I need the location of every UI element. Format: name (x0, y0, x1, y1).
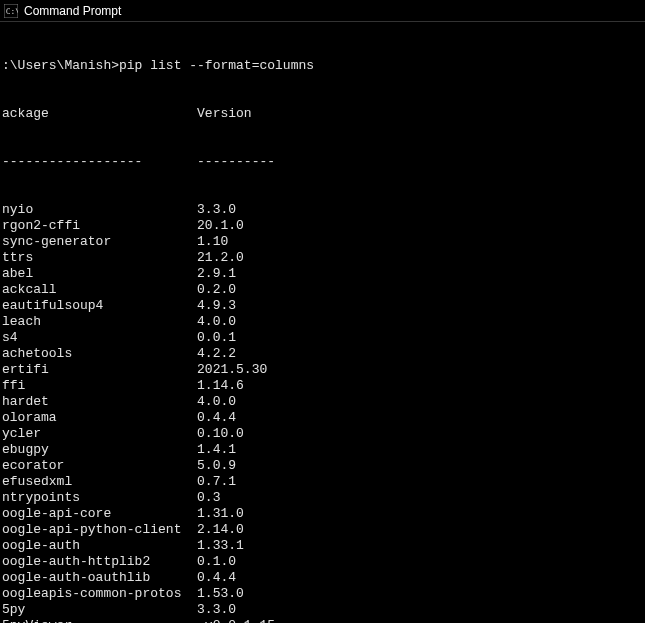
divider-version: ---------- (197, 154, 275, 170)
package-row: ffi 1.14.6 (2, 378, 643, 394)
package-row: s4 0.0.1 (2, 330, 643, 346)
package-row: ntrypoints 0.3 (2, 490, 643, 506)
package-row: hardet 4.0.0 (2, 394, 643, 410)
package-row: efusedxml 0.7.1 (2, 474, 643, 490)
window-title: Command Prompt (24, 4, 121, 18)
package-row: ertifi 2021.5.30 (2, 362, 643, 378)
package-row: oogle-auth-oauthlib 0.4.4 (2, 570, 643, 586)
package-row: leach 4.0.0 (2, 314, 643, 330)
divider-row: ------------------ ---------- (2, 154, 643, 170)
package-row: ttrs 21.2.0 (2, 250, 643, 266)
package-row: ecorator 5.0.9 (2, 458, 643, 474)
package-row: oogle-auth-httplib2 0.1.0 (2, 554, 643, 570)
package-row: oogle-api-python-client 2.14.0 (2, 522, 643, 538)
package-list: nyio 3.3.0rgon2-cffi 20.1.0sync-generato… (2, 202, 643, 623)
header-version: Version (197, 106, 252, 122)
package-row: olorama 0.4.4 (2, 410, 643, 426)
header-row: ackage Version (2, 106, 643, 122)
package-row: oogleapis-common-protos 1.53.0 (2, 586, 643, 602)
window-titlebar[interactable]: C:\ Command Prompt (0, 0, 645, 22)
package-row: ycler 0.10.0 (2, 426, 643, 442)
package-row: ebugpy 1.4.1 (2, 442, 643, 458)
package-row: oogle-auth 1.33.1 (2, 538, 643, 554)
package-row: 5pyViewer -v0.0.1.15 (2, 618, 643, 623)
command-line: :\Users\Manish>pip list --format=columns (2, 58, 643, 74)
header-package: ackage (2, 106, 197, 122)
cmd-icon: C:\ (4, 4, 18, 18)
package-row: sync-generator 1.10 (2, 234, 643, 250)
svg-text:C:\: C:\ (6, 6, 18, 15)
package-row: eautifulsoup4 4.9.3 (2, 298, 643, 314)
terminal-output[interactable]: :\Users\Manish>pip list --format=columns… (0, 22, 645, 623)
package-row: abel 2.9.1 (2, 266, 643, 282)
package-row: achetools 4.2.2 (2, 346, 643, 362)
package-row: oogle-api-core 1.31.0 (2, 506, 643, 522)
package-row: ackcall 0.2.0 (2, 282, 643, 298)
package-row: rgon2-cffi 20.1.0 (2, 218, 643, 234)
divider-package: ------------------ (2, 154, 197, 170)
package-row: 5py 3.3.0 (2, 602, 643, 618)
package-row: nyio 3.3.0 (2, 202, 643, 218)
